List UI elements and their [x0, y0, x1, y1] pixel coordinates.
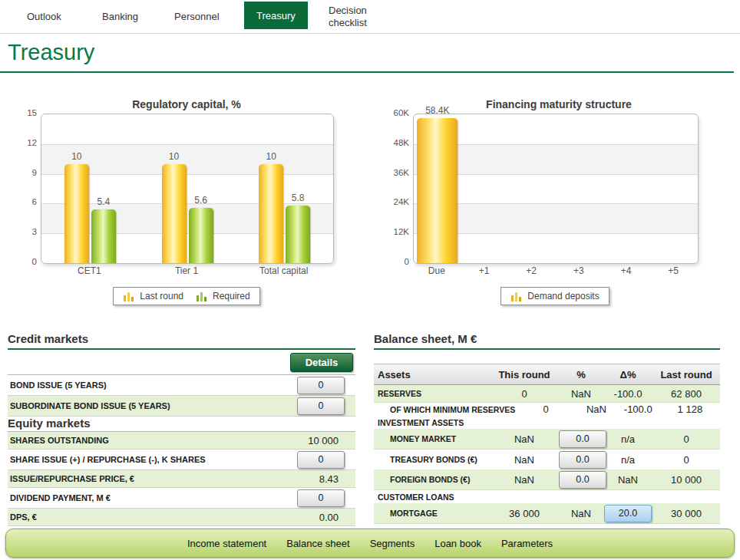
decision-row-subordinate-bond-issue-5-years: SUBORDINATE BOND ISSUE (5 YEARS) [8, 396, 355, 417]
bar-chart-icon [510, 291, 522, 301]
row-label: INVESTMENT ASSETS [374, 418, 720, 427]
section-header-credit-markets: Credit markets [8, 332, 355, 350]
cell-value: 1 128 [660, 404, 720, 415]
decision-row-shares-outstanding: SHARES OUTSTANDING10 000 [8, 432, 355, 450]
percent-input[interactable] [559, 451, 606, 469]
row-label: DPS, € [10, 512, 37, 522]
cell-value: NaN [559, 388, 603, 400]
row-label: FOREIGN BONDS (€) [374, 475, 490, 484]
decision-row-share-issue-repurchase-k-shares: SHARE ISSUE (+) / REPURCHASE (-), K SHAR… [8, 450, 355, 470]
footer-link-segments[interactable]: Segments [370, 538, 415, 549]
row-label: DIVIDEND PAYMENT, M € [10, 493, 111, 502]
footer-link-balance-sheet[interactable]: Balance sheet [286, 538, 349, 549]
legend-item: Required [196, 291, 250, 301]
y-tick-label: 0 [8, 257, 37, 266]
y-tick-label: 48K [380, 138, 409, 147]
column-header--: % [559, 369, 603, 380]
readonly-value: 8.43 [319, 473, 355, 485]
legend-item: Demand deposits [510, 291, 599, 301]
title-divider [0, 71, 734, 73]
numeric-input[interactable] [297, 451, 345, 469]
top-navigation: Outlook Banking Personnel Treasury Decis… [0, 0, 740, 34]
numeric-input[interactable] [297, 377, 345, 394]
percent-input[interactable] [559, 471, 606, 489]
numeric-input[interactable] [297, 397, 345, 415]
row-label: CUSTOMER LOANS [374, 492, 720, 502]
section-header-balance-sheet: Balance sheet, M € [374, 332, 720, 350]
bar-required-cet1 [91, 209, 116, 263]
y-tick-label: 36K [380, 168, 409, 177]
bar-demand-deposits-due [417, 118, 458, 263]
y-tick-label: 60K [380, 108, 409, 117]
table-row-treasury-bonds: TREASURY BONDS (€)NaNn/a0 [374, 450, 720, 469]
chart-plot-area: 105.4105.6105.8 [41, 114, 334, 264]
cell-value: 0 [652, 454, 720, 466]
x-category-label: Total capital [249, 265, 319, 276]
column-header--: Δ% [603, 369, 652, 380]
chart-plot-area: 58.4K [413, 114, 699, 264]
decision-row-issue-repurchase-price: ISSUE/REPURCHASE PRICE, €8.43 [8, 470, 355, 488]
numeric-input[interactable] [297, 489, 345, 507]
table-row-foreign-bonds: FOREIGN BONDS (€)NaNNaN10 000 [374, 469, 720, 490]
bar-required-tier-1 [189, 208, 213, 263]
bar-value-label: 10 [54, 151, 100, 162]
section-header-equity-markets: Equity markets [8, 417, 355, 431]
page-title: Treasury [8, 40, 94, 65]
cell-value: -100.0 [616, 404, 660, 415]
bar-chart-icon [196, 291, 207, 301]
cell-value: NaN [490, 433, 559, 445]
cell-value: NaN [490, 454, 559, 466]
readonly-value: 0.00 [319, 512, 355, 523]
table-header-row: AssetsThis round%Δ%Last round [374, 364, 720, 385]
row-label: BOND ISSUE (5 YEARS) [10, 380, 107, 390]
bar-value-label: 5.8 [275, 193, 321, 203]
chart-legend: Last roundRequired [113, 287, 259, 305]
cell-value: n/a [603, 433, 652, 445]
details-button[interactable]: Details [290, 353, 353, 372]
bar-required-total-capital [286, 206, 310, 263]
percent-input-highlighted[interactable] [604, 505, 652, 522]
decision-row-dividend-payment-m: DIVIDEND PAYMENT, M € [8, 488, 355, 509]
table-row-money-market: MONEY MARKETNaNn/a0 [374, 429, 720, 450]
bar-last-round-tier-1 [162, 164, 187, 263]
nav-tab-outlook[interactable]: Outlook [27, 0, 61, 33]
y-tick-label: 12 [8, 138, 37, 147]
cell-value: NaN [490, 474, 559, 486]
x-category-label: CET1 [55, 265, 124, 276]
section-row-investment-assets: INVESTMENT ASSETS [374, 416, 720, 429]
decision-row-dps: DPS, €0.00 [8, 509, 355, 526]
cell-value: 0 [515, 404, 576, 415]
bar-value-label: 58.4K [415, 105, 461, 116]
equity-markets-rows: SHARES OUTSTANDING10 000SHARE ISSUE (+) … [8, 431, 355, 526]
nav-tab-treasury-active[interactable]: Treasury [244, 2, 308, 29]
footer-link-income-statement[interactable]: Income statement [187, 538, 266, 549]
nav-tab-personnel[interactable]: Personnel [174, 0, 220, 33]
cell [559, 471, 603, 489]
bar-last-round-cet1 [64, 164, 89, 263]
legend-label: Demand deposits [527, 291, 599, 301]
percent-input[interactable] [559, 430, 606, 448]
row-label: SHARES OUTSTANDING [10, 436, 109, 445]
legend-label: Last round [140, 291, 183, 301]
bar-value-label: 10 [151, 151, 197, 162]
table-row-reserves: RESERVES0NaN-100.062 800 [374, 385, 720, 403]
table-row-of-which-minimum-reserves: OF WHICH MINIMUM RESERVES0NaN-100.01 128 [374, 403, 720, 416]
row-label: TREASURY BONDS (€) [374, 455, 490, 464]
readonly-value: 10 000 [308, 435, 355, 446]
footer-link-parameters[interactable]: Parameters [501, 538, 553, 549]
row-label: ISSUE/REPURCHASE PRICE, € [10, 474, 134, 483]
bar-value-label: 10 [248, 151, 294, 162]
row-label: OF WHICH MINIMUM RESERVES [374, 405, 515, 414]
cell-value: 0 [490, 388, 559, 400]
column-header-last-round: Last round [652, 369, 720, 380]
row-label: MONEY MARKET [374, 434, 490, 443]
footer-links-bar: Income statementBalance sheetSegmentsLoa… [5, 529, 735, 558]
credit-markets-rows: BOND ISSUE (5 YEARS)SUBORDINATE BOND ISS… [8, 374, 355, 417]
nav-tab-decision-checklist[interactable]: Decision checklist [329, 0, 398, 33]
footer-link-loan-book[interactable]: Loan book [434, 538, 481, 549]
cell-value: 0 [652, 433, 720, 445]
cell-value: -100.0 [603, 388, 652, 400]
cell-value: 30 000 [652, 508, 720, 519]
cell-value: NaN [576, 404, 616, 415]
nav-tab-banking[interactable]: Banking [102, 0, 138, 33]
